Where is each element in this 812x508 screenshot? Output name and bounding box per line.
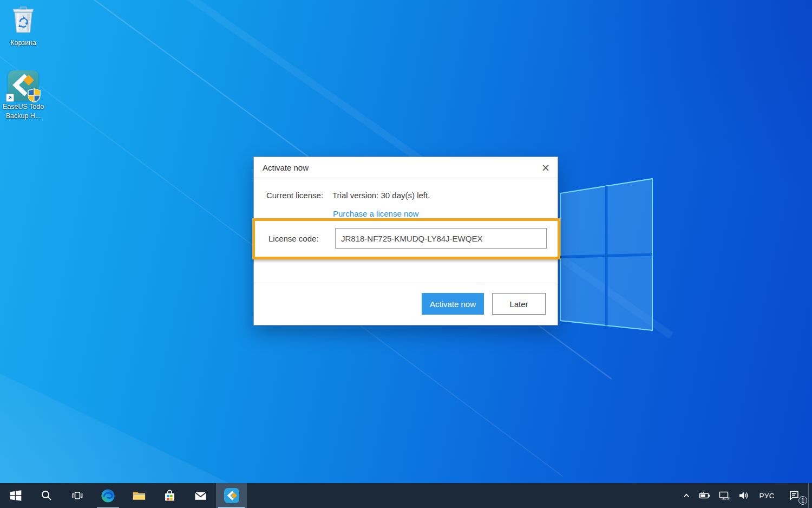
task-view-icon <box>71 489 84 502</box>
windows-start-icon <box>9 489 23 503</box>
current-license-value: Trial version: 30 day(s) left. <box>332 191 430 200</box>
chevron-up-icon <box>682 491 691 500</box>
language-indicator[interactable]: РУС <box>754 483 780 508</box>
later-button[interactable]: Later <box>492 293 546 315</box>
current-license-row: Current license: Trial version: 30 day(s… <box>266 191 430 200</box>
volume-icon <box>738 490 750 502</box>
easeus-taskbar-icon <box>224 487 240 504</box>
desktop-icon-easeus-todo-backup[interactable]: EaseUS Todo Backup H... <box>0 70 47 121</box>
battery-icon <box>699 490 711 502</box>
tray-volume-button[interactable] <box>734 483 754 508</box>
search-icon <box>40 489 53 502</box>
desktop: Корзина EaseUS Todo Backup H... <box>0 0 812 508</box>
dialog-separator <box>254 283 558 283</box>
mail-icon <box>193 489 208 503</box>
recycle-bin-icon <box>9 4 37 35</box>
system-tray: РУС 1 <box>678 483 812 508</box>
show-desktop-button[interactable] <box>808 483 812 508</box>
license-highlight-frame: License code: <box>252 218 560 259</box>
easeus-icon-label-line2: Backup H... <box>0 112 47 121</box>
taskbar-store-button[interactable] <box>154 483 185 508</box>
purchase-license-link[interactable]: Purchase a license now <box>333 209 418 218</box>
microsoft-store-icon <box>162 489 177 503</box>
easeus-icon-label-line1: EaseUS Todo <box>0 102 47 112</box>
tray-battery-button[interactable] <box>695 483 715 508</box>
action-center-button[interactable]: 1 <box>780 483 808 508</box>
taskbar-file-explorer-button[interactable] <box>123 483 154 508</box>
license-code-label: License code: <box>269 234 319 243</box>
dialog-titlebar: Activate now × <box>254 157 558 178</box>
license-code-input[interactable] <box>335 228 547 249</box>
tray-chevron-button[interactable] <box>678 483 695 508</box>
activate-now-button[interactable]: Activate now <box>422 293 484 315</box>
taskbar-mail-button[interactable] <box>185 483 216 508</box>
desktop-icon-recycle-bin[interactable]: Корзина <box>0 4 47 48</box>
start-button[interactable] <box>0 483 31 508</box>
taskbar-easeus-button[interactable] <box>216 483 247 508</box>
network-icon <box>718 490 730 502</box>
dialog-title: Activate now <box>263 163 309 172</box>
tray-network-button[interactable] <box>715 483 734 508</box>
close-button[interactable]: × <box>534 157 558 178</box>
shield-icon <box>28 88 41 102</box>
edge-browser-icon <box>100 488 116 504</box>
search-button[interactable] <box>31 483 62 508</box>
task-view-button[interactable] <box>62 483 93 508</box>
activate-now-dialog: Activate now × Current license: Trial ve… <box>253 157 558 325</box>
file-explorer-icon <box>132 488 147 503</box>
close-icon: × <box>541 161 550 173</box>
easeus-app-icon <box>8 70 38 101</box>
notification-badge: 1 <box>798 496 807 505</box>
windows-logo-wallpaper <box>558 173 655 336</box>
shortcut-arrow-icon <box>6 94 14 102</box>
taskbar-edge-button[interactable] <box>93 483 123 508</box>
recycle-bin-label: Корзина <box>0 38 47 48</box>
taskbar: РУС 1 <box>0 483 812 508</box>
current-license-label: Current license: <box>266 191 332 200</box>
